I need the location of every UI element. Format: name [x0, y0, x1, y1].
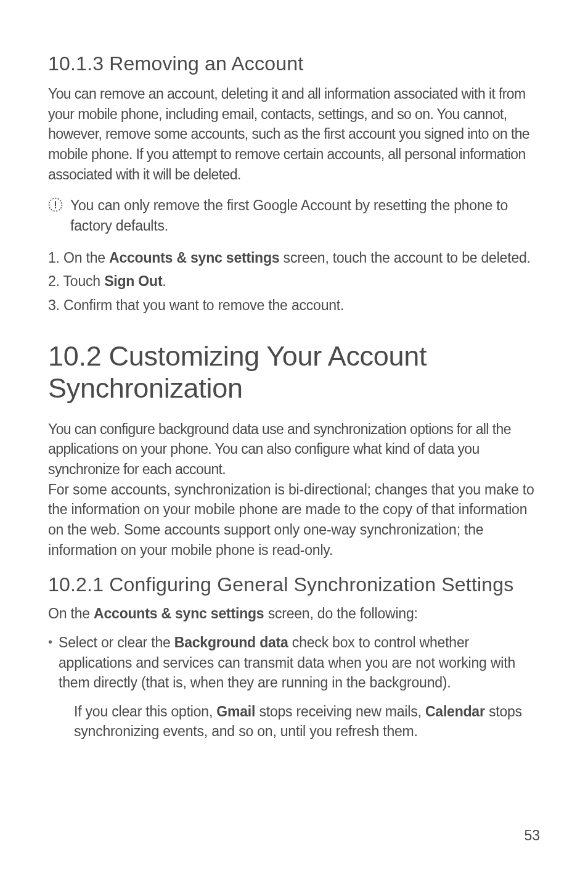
- svg-rect-1: [55, 201, 56, 206]
- step-1: 1. On the Accounts & sync settings scree…: [48, 247, 540, 269]
- svg-rect-2: [55, 207, 56, 208]
- indent-bold-gmail: Gmail: [216, 703, 255, 719]
- indent-text: If you clear this option, Gmail stops re…: [74, 702, 540, 742]
- bullet-item: • Select or clear the Background data ch…: [48, 633, 540, 693]
- bullet-text: Select or clear the Background data chec…: [59, 633, 540, 693]
- page-number: 53: [524, 827, 540, 844]
- heading-10-2-1: 10.2.1 Configuring General Synchronizati…: [48, 573, 540, 596]
- step-1-pre: 1. On the: [48, 250, 109, 266]
- intro-10-2-1: On the Accounts & sync settings screen, …: [48, 604, 540, 624]
- paragraph-remove-account: You can remove an account, deleting it a…: [48, 84, 540, 184]
- warning-circle-icon: [48, 197, 63, 215]
- bullet-pre: Select or clear the: [59, 634, 174, 650]
- indent-pre: If you clear this option,: [74, 703, 216, 719]
- note-text: You can only remove the first Google Acc…: [70, 195, 540, 236]
- step-3: 3. Confirm that you want to remove the a…: [48, 295, 540, 316]
- intro-pre: On the: [48, 605, 94, 621]
- step-1-bold: Accounts & sync settings: [109, 250, 279, 266]
- heading-10-2: 10.2 Customizing Your Account Synchroniz…: [48, 340, 540, 404]
- paragraph-10-2-b: For some accounts, synchronization is bi…: [48, 480, 540, 560]
- step-2-post: .: [162, 273, 166, 289]
- step-2-pre: 2. Touch: [48, 273, 104, 289]
- note-block: You can only remove the first Google Acc…: [48, 195, 540, 236]
- intro-post: screen, do the following:: [264, 605, 417, 621]
- step-1-post: screen, touch the account to be deleted.: [279, 250, 530, 266]
- indent-bold-calendar: Calendar: [425, 703, 485, 719]
- bullet-bold: Background data: [174, 634, 288, 650]
- document-page: 10.1.3 Removing an Account You can remov…: [0, 0, 588, 742]
- intro-bold: Accounts & sync settings: [94, 605, 264, 621]
- heading-10-1-3: 10.1.3 Removing an Account: [48, 52, 540, 75]
- step-2: 2. Touch Sign Out.: [48, 271, 540, 292]
- indent-mid: stops receiving new mails,: [255, 703, 425, 719]
- step-2-bold: Sign Out: [104, 273, 162, 289]
- bullet-dot-icon: •: [48, 633, 52, 693]
- paragraph-10-2-a: You can configure background data use an…: [48, 419, 540, 480]
